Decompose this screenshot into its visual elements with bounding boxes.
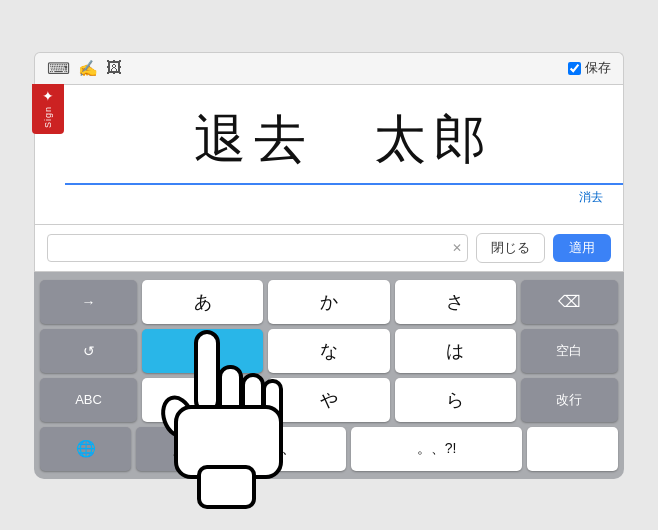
key-punctuation[interactable]: 。、?! xyxy=(351,427,522,471)
name-display-area: 退去 太郎 消去 xyxy=(34,84,624,225)
keyboard-row-1: → あ か さ ⌫ xyxy=(40,280,618,324)
key-abc[interactable]: ABC xyxy=(40,378,137,422)
input-row: ✕ 閉じる 適用 xyxy=(34,225,624,272)
sign-badge-label: Sign xyxy=(43,106,53,128)
clear-link[interactable]: 消去 xyxy=(85,185,603,214)
keyboard-row-4: 🌐 🎤 、 。、?! xyxy=(40,427,618,471)
key-return[interactable]: 改行 xyxy=(521,378,618,422)
key-comma[interactable]: 、 xyxy=(232,427,346,471)
key-ka[interactable]: か xyxy=(268,280,389,324)
save-checkbox-group[interactable]: 保存 xyxy=(568,59,611,77)
input-clear-button[interactable]: ✕ xyxy=(452,241,462,255)
key-ya[interactable]: や xyxy=(268,378,389,422)
input-wrapper: ✕ xyxy=(47,234,468,262)
text-input[interactable] xyxy=(47,234,468,262)
sign-badge: ✦ Sign xyxy=(32,84,64,134)
keyboard-icon[interactable]: ⌨ xyxy=(47,59,70,78)
name-text: 退去 太郎 xyxy=(85,105,603,175)
toolbar-left: ⌨ ✍ 🖼 xyxy=(47,59,122,78)
key-backspace[interactable]: ⌫ xyxy=(521,280,618,324)
keyboard-row-2: ↺ い な は 空白 xyxy=(40,329,618,373)
key-arrow-right[interactable]: → xyxy=(40,280,137,324)
apply-button[interactable]: 適用 xyxy=(553,234,611,262)
key-a[interactable]: あ xyxy=(142,280,263,324)
keyboard-row-3: ABC ま や ら 改行 xyxy=(40,378,618,422)
key-globe[interactable]: 🌐 xyxy=(40,427,131,471)
close-button[interactable]: 閉じる xyxy=(476,233,545,263)
key-undo[interactable]: ↺ xyxy=(40,329,137,373)
toolbar-right: 保存 xyxy=(568,59,611,77)
acrobat-icon: ✦ xyxy=(42,88,54,104)
key-i[interactable]: い xyxy=(142,329,263,373)
save-label: 保存 xyxy=(585,59,611,77)
handwriting-icon[interactable]: ✍ xyxy=(78,59,98,78)
key-extra[interactable] xyxy=(527,427,618,471)
key-na[interactable]: な xyxy=(268,329,389,373)
toolbar: ⌨ ✍ 🖼 保存 xyxy=(34,52,624,84)
keyboard: → あ か さ ⌫ ↺ い な は 空白 ABC ま や ら 改行 🌐 🎤 、 … xyxy=(34,272,624,479)
key-mic[interactable]: 🎤 xyxy=(136,427,227,471)
image-icon[interactable]: 🖼 xyxy=(106,59,122,77)
key-ma[interactable]: ま xyxy=(142,378,263,422)
key-ha[interactable]: は xyxy=(395,329,516,373)
save-checkbox[interactable] xyxy=(568,62,581,75)
key-ra[interactable]: ら xyxy=(395,378,516,422)
key-space[interactable]: 空白 xyxy=(521,329,618,373)
key-sa[interactable]: さ xyxy=(395,280,516,324)
